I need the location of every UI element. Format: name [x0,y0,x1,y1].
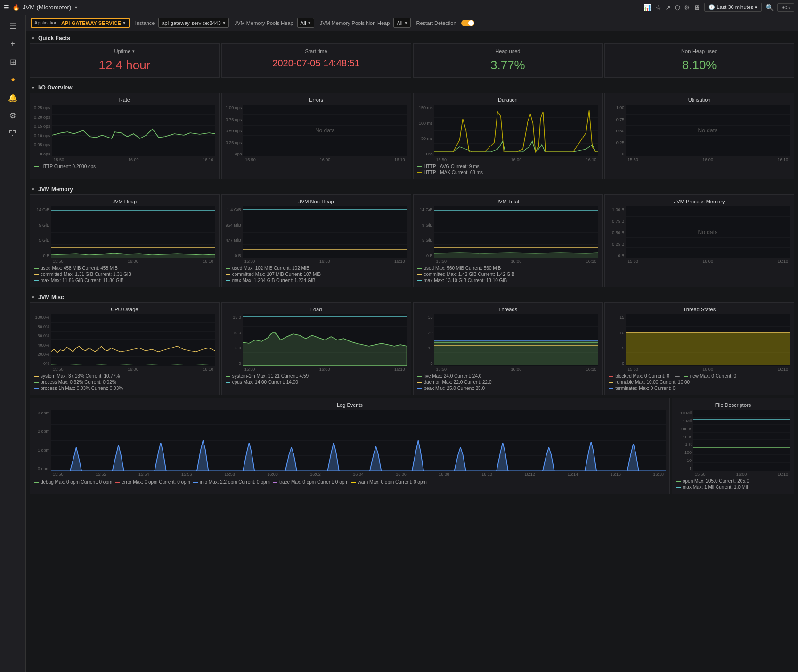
chart-icon[interactable]: 📊 [643,4,651,11]
settings-icon[interactable]: ⚙ [684,4,690,11]
thread-states-chart-title: Thread States [609,307,790,312]
threads-chart-with-yaxis: 30 20 10 0 [417,314,599,372]
jvm-nonheap-chart-card: JVM Non-Heap 1.4 GiB 954 MiB 477 MiB 0 B [221,194,411,287]
monitor-icon[interactable]: 🖥 [694,4,700,11]
jvm-heap-filter-group: JVM Memory Pools Heap All ▾ [232,18,314,28]
jvm-total-x-axis: 15:50 16:00 16:10 [434,258,599,264]
restart-detection-label: Restart Detection [414,19,459,27]
cpu-usage-chart-area [51,314,215,366]
utilisation-chart-inner: No data 15:50 16:00 16:10 [626,105,790,162]
duration-chart-card: Duration 150 ms 100 ms 50 ms 0 ns [413,93,603,179]
clock-icon: 🕐 [708,4,715,10]
refresh-button[interactable]: 30s [777,3,794,12]
quick-facts-chevron-icon[interactable]: ▼ [31,36,35,41]
jvm-heap-filter[interactable]: All ▾ [297,18,314,28]
sidebar: ☰ + ⊞ ✦ 🔔 ⚙ 🛡 [0,15,26,672]
io-overview-chevron-icon[interactable]: ▼ [31,85,35,90]
app-name: JVM (Micrometer) [23,4,71,11]
non-heap-used-label: Non-Heap used [610,49,789,54]
export-icon[interactable]: ⬡ [675,4,680,11]
heap-used-card: Heap used 3.77% [413,43,603,78]
application-filter[interactable]: Application API-GATEWAY-SERVICE ▾ [31,18,130,28]
rate-legend: HTTP Current: 0.2000 ops [34,164,215,169]
uptime-value: 12.4 hour [35,58,214,73]
file-descriptors-chart-with-yaxis: 10 Mil 1 Mil 100 K 10 K 1 K 100 10 1 [676,410,790,477]
rate-chart-card: Rate 0.25 ops 0.20 ops 0.15 ops 0.10 ops… [30,93,220,179]
utilisation-chart-card: Utilisation 1.00 0.75 0.50 0.25 0 [604,93,794,179]
jvm-misc-chevron-icon[interactable]: ▼ [31,295,35,300]
log-events-chart-area [51,410,666,471]
instance-chevron-icon: ▾ [223,20,226,26]
hamburger-icon[interactable]: ☰ [4,4,9,11]
cpu-usage-chart-with-yaxis: 100.0% 80.0% 60.0% 40.0% 20.0% 0% [34,314,215,372]
sidebar-item-dashboards[interactable]: ⊞ [6,55,20,69]
app-chevron[interactable]: ▼ [74,5,78,10]
topbar-right: 📊 ☆ ↗ ⬡ ⚙ 🖥 🕐 Last 30 minutes ▾ 🔍 30s [643,3,794,12]
file-descriptors-legend: open Max: 205.0 Current: 205.0 max Max: … [676,478,790,490]
duration-max-legend-text: HTTP - MAX Current: 68 ms [424,170,483,175]
duration-y-axis: 150 ms 100 ms 50 ms 0 ns [417,105,434,162]
sidebar-item-alerts[interactable]: 🔔 [6,90,20,105]
threads-chart-title: Threads [417,307,599,312]
duration-avg-legend-text: HTTP - AVG Current: 9 ms [424,164,480,169]
jvm-nonheap-chart-with-yaxis: 1.4 GiB 954 MiB 477 MiB 0 B [226,206,407,264]
duration-max-legend-item: HTTP - MAX Current: 68 ms [417,170,599,175]
jvm-heap-x-axis: 15:50 16:00 16:10 [51,258,215,264]
thread-states-chart-with-yaxis: 15 10 5 0 [609,314,790,372]
topbar: ☰ 🔥 JVM (Micrometer) ▼ 📊 ☆ ↗ ⬡ ⚙ 🖥 🕐 Las… [0,0,798,15]
thread-states-legend: blocked Max: 0 Current: 0 — new Max: 0 C… [609,373,790,391]
sidebar-item-shield[interactable]: 🛡 [6,126,20,140]
thread-states-y-axis: 15 10 5 0 [609,314,626,372]
jvm-process-memory-no-data: No data [698,229,718,235]
restart-detection-toggle[interactable] [461,20,474,26]
rate-chart-with-yaxis: 0.25 ops 0.20 ops 0.15 ops 0.10 ops 0.05… [34,105,215,162]
io-overview-header: ▼ I/O Overview [26,81,798,93]
non-heap-used-value: 8.10% [610,58,789,73]
instance-filter-value: api-gateway-service:8443 [162,20,220,26]
errors-chart-with-yaxis: 1.00 ops 0.75 ops 0.50 ops 0.25 ops ops [226,105,407,162]
jvm-total-chart-card: JVM Total 14 GiB 9 GiB 5 GiB 0 B [413,194,603,287]
jvm-nonheap-chevron-icon: ▾ [405,20,407,26]
uptime-chevron-icon[interactable]: ▾ [132,49,135,54]
filter-bar: Application API-GATEWAY-SERVICE ▾ Instan… [26,15,798,31]
application-filter-label: Application [34,20,57,25]
search-icon[interactable]: 🔍 [765,4,774,11]
duration-chart-title: Duration [417,97,599,103]
jvm-heap-filter-value: All [301,20,306,26]
quick-facts-header: ▼ Quick Facts [26,31,798,43]
jvm-misc-title: JVM Misc [38,294,64,300]
star-icon[interactable]: ☆ [655,4,661,11]
jvm-nonheap-chart-title: JVM Non-Heap [226,199,407,204]
jvm-misc-header: ▼ JVM Misc [26,290,798,302]
sidebar-item-settings[interactable]: ⚙ [6,108,20,122]
jvm-nonheap-filter[interactable]: All ▾ [393,18,410,28]
jvm-misc-charts: CPU Usage 100.0% 80.0% 60.0% 40.0% 20.0%… [26,302,798,398]
instance-filter[interactable]: api-gateway-service:8443 ▾ [158,18,228,28]
sidebar-item-explore[interactable]: ✦ [6,73,20,87]
duration-chart-with-yaxis: 150 ms 100 ms 50 ms 0 ns [417,105,599,162]
jvm-memory-title: JVM Memory [38,186,73,193]
sidebar-item-add[interactable]: + [6,37,20,51]
heap-used-value: 3.77% [418,58,598,73]
log-events-chart-card: Log Events 3 opm 2 opm 1 opm 0 opm [30,398,670,494]
log-events-y-axis: 3 opm 2 opm 1 opm 0 opm [34,410,51,477]
jvm-memory-chevron-icon[interactable]: ▼ [31,187,35,192]
load-chart-card: Load 15.0 10.0 5.0 0 [221,302,411,395]
sidebar-item-menu[interactable]: ☰ [6,19,20,33]
time-range-button[interactable]: 🕐 Last 30 minutes ▾ [704,3,762,12]
thread-states-chart-card: Thread States 15 10 5 0 [604,302,794,395]
share-icon[interactable]: ↗ [665,4,671,11]
load-x-axis: 15:50 16:00 16:10 [243,366,407,372]
threads-y-axis: 30 20 10 0 [417,314,434,372]
utilisation-chart-area: No data [626,105,790,156]
application-filter-value: API-GATEWAY-SERVICE [61,20,121,26]
threads-chart-area [434,314,599,366]
jvm-nonheap-filter-group: JVM Memory Pools Non-Heap All ▾ [317,18,411,28]
rate-y-axis: 0.25 ops 0.20 ops 0.15 ops 0.10 ops 0.05… [34,105,52,162]
file-descriptors-chart-inner: 15:50 16:00 16:10 [693,410,790,477]
duration-avg-legend-item: HTTP - AVG Current: 9 ms [417,164,599,169]
rate-x-axis: 15:50 16:00 16:10 [52,156,215,162]
file-descriptors-chart-area [693,410,790,471]
app-icon: 🔥 [12,4,20,11]
jvm-total-y-axis: 14 GiB 9 GiB 5 GiB 0 B [417,206,434,264]
